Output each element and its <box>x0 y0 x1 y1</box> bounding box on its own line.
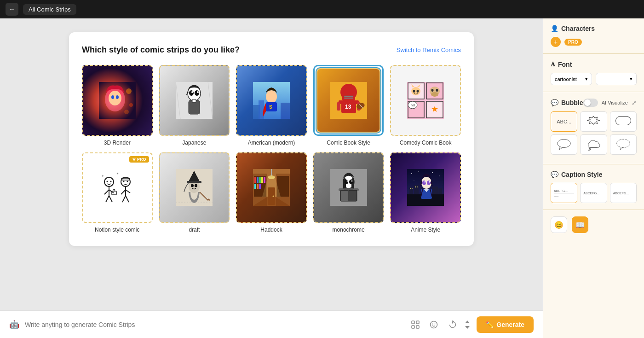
refresh-icon <box>448 321 456 329</box>
jagged-bubble-svg <box>615 139 632 151</box>
svg-rect-16 <box>192 99 196 102</box>
svg-rect-131 <box>438 188 442 194</box>
svg-text:✦: ✦ <box>101 174 104 178</box>
bubble-controls: AI Visualize ⤢ <box>583 99 637 107</box>
font-title: Font <box>558 61 572 68</box>
toggle-knob <box>584 99 591 106</box>
grid-icon <box>411 321 420 329</box>
bubble-option-rounded[interactable] <box>610 111 637 132</box>
svg-point-70 <box>123 181 124 182</box>
caption-option-1[interactable]: ABCFG... ___ <box>551 183 577 203</box>
cloud-bubble-svg <box>585 139 602 151</box>
bubble-option-cloud[interactable] <box>580 134 607 155</box>
bottom-bar: 🤖 <box>0 310 543 338</box>
svg-rect-22 <box>281 103 290 119</box>
bubble-option-jagged[interactable] <box>610 134 637 155</box>
caption-section: 💬 Caption Style ABCFG... ___ ABCEFG... <box>543 164 644 210</box>
svg-text:ha!: ha! <box>411 104 415 107</box>
caption-option-2[interactable]: ABCEFG... <box>580 183 607 203</box>
style-item-japanese[interactable]: Japanese <box>159 65 230 146</box>
style-label-3d-render: 3D Render <box>104 140 131 146</box>
back-button[interactable]: ← <box>6 3 18 16</box>
svg-rect-97 <box>254 184 256 189</box>
style-thumb-3d-render <box>82 65 153 136</box>
style-item-comic-book-style[interactable]: 13 <box>313 65 384 146</box>
pro-badge: PRO <box>564 39 582 46</box>
thumb-inner-anime <box>391 153 460 222</box>
bubble-toggle[interactable] <box>583 99 598 107</box>
emotion-icon-btn[interactable]: 😊 <box>551 216 567 233</box>
svg-text:★: ★ <box>431 105 438 114</box>
svg-point-137 <box>422 181 426 185</box>
caption-grid: ABCFG... ___ ABCEFG... ABCEFG... <box>551 183 637 203</box>
svg-rect-147 <box>412 321 414 324</box>
remix-link[interactable]: Switch to Remix Comics <box>397 47 461 53</box>
emoji-icon-btn[interactable] <box>427 318 441 332</box>
style-thumb-comedy: ha! ★ <box>390 65 461 136</box>
style-label-american-modern: American (modern) <box>248 140 295 146</box>
font-size-dropdown[interactable]: ▾ <box>596 73 637 85</box>
expand-icon[interactable]: ⤢ <box>632 99 637 106</box>
svg-rect-133 <box>412 188 413 189</box>
svg-rect-135 <box>417 186 418 187</box>
style-item-anime-style[interactable]: Anime Style <box>390 152 461 233</box>
bubble-option-spiky[interactable] <box>580 111 607 132</box>
style-thumb-anime <box>390 152 461 223</box>
bubble-icon: 💬 <box>551 99 558 106</box>
svg-point-151 <box>431 321 437 328</box>
caption-active-icon: 📖 <box>575 221 585 229</box>
style-item-3d-render[interactable]: 3D Render <box>82 65 153 146</box>
pro-label: PRO <box>137 157 146 162</box>
style-thumb-japanese <box>159 65 230 136</box>
font-family-dropdown[interactable]: cartoonist ▾ <box>551 73 592 85</box>
thumb-inner-japanese <box>160 66 229 135</box>
updown-icon <box>464 319 471 330</box>
characters-title: Characters <box>561 25 595 32</box>
style-item-comedy-comic-book[interactable]: ha! ★ Comedy Comic Book <box>390 65 461 146</box>
plus-icon: + <box>554 38 558 46</box>
style-item-haddock[interactable]: Haddock <box>236 152 307 233</box>
3d-render-illustration <box>99 82 136 119</box>
comic-book-illustration: 13 <box>330 82 367 119</box>
svg-rect-148 <box>416 321 419 324</box>
thumb-inner-notion: ✦ ✦ <box>83 153 152 222</box>
bubble-option-rectangle[interactable]: ABC... <box>551 111 577 132</box>
style-label-anime-style: Anime Style <box>411 227 440 233</box>
style-item-american-modern[interactable]: S American (modern) <box>236 65 307 146</box>
style-item-monochrome[interactable]: monochrome <box>313 152 384 233</box>
svg-rect-31 <box>344 98 353 99</box>
style-label-comedy-comic-book: Comedy Comic Book <box>400 140 452 146</box>
refresh-icon-btn[interactable] <box>445 318 459 332</box>
generate-button[interactable]: ✏️ Generate <box>477 316 534 333</box>
svg-rect-99 <box>259 184 261 189</box>
topbar: ← All Comic Strips <box>0 0 644 18</box>
grid-icon-btn[interactable] <box>408 318 422 332</box>
svg-text:13: 13 <box>345 104 351 110</box>
svg-rect-36 <box>337 102 340 111</box>
prompt-input[interactable] <box>25 321 403 328</box>
style-item-draft[interactable]: draft <box>159 152 230 233</box>
arrow-updown-btn[interactable] <box>464 319 471 330</box>
svg-point-111 <box>349 180 353 184</box>
characters-section-header: 👤 Characters <box>551 25 637 32</box>
svg-rect-30 <box>344 96 353 97</box>
style-label-haddock: Haddock <box>260 227 282 233</box>
svg-point-49 <box>417 90 419 93</box>
svg-rect-80 <box>187 181 201 183</box>
bubble-option-speech[interactable] <box>551 134 577 155</box>
font-dropdowns: cartoonist ▾ ▾ <box>551 73 637 85</box>
svg-point-11 <box>189 90 194 96</box>
pro-badge-notion: ★ PRO <box>129 156 149 163</box>
style-item-notion-style-comic[interactable]: ★ PRO <box>82 152 153 233</box>
characters-section: 👤 Characters + PRO <box>543 18 644 54</box>
caption-toggle-btn[interactable]: 📖 <box>572 216 588 233</box>
svg-rect-149 <box>412 326 414 328</box>
caption-title: Caption Style <box>561 171 602 178</box>
svg-point-125 <box>439 176 440 177</box>
svg-rect-119 <box>341 191 348 201</box>
ai-visualize-label: AI Visualize <box>602 100 628 105</box>
add-character-button[interactable]: + <box>551 37 561 47</box>
comedy-illustration: ha! ★ <box>407 82 444 119</box>
svg-rect-94 <box>259 177 261 183</box>
caption-option-3[interactable]: ABCEFG... <box>610 183 637 203</box>
